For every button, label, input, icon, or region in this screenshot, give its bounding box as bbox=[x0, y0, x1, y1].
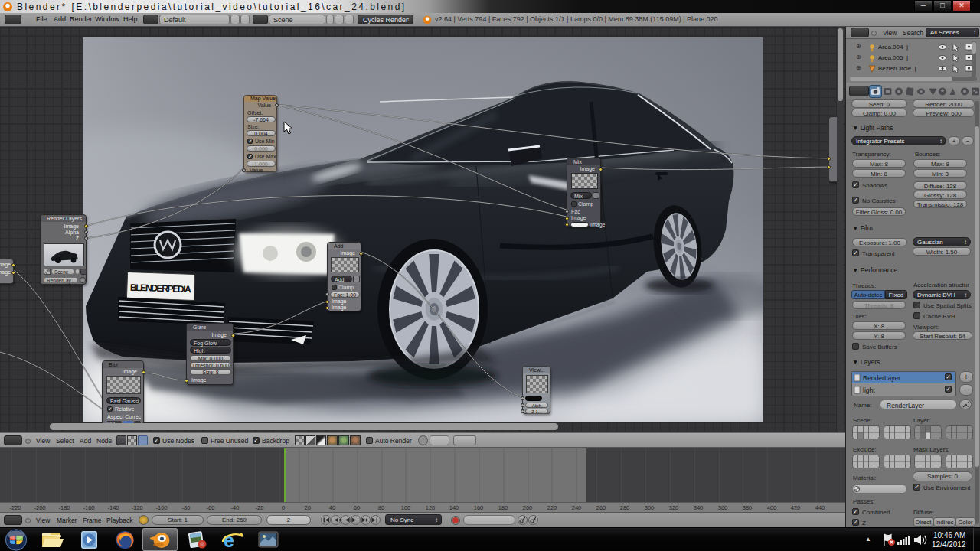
svg-text:e: e bbox=[224, 530, 234, 550]
